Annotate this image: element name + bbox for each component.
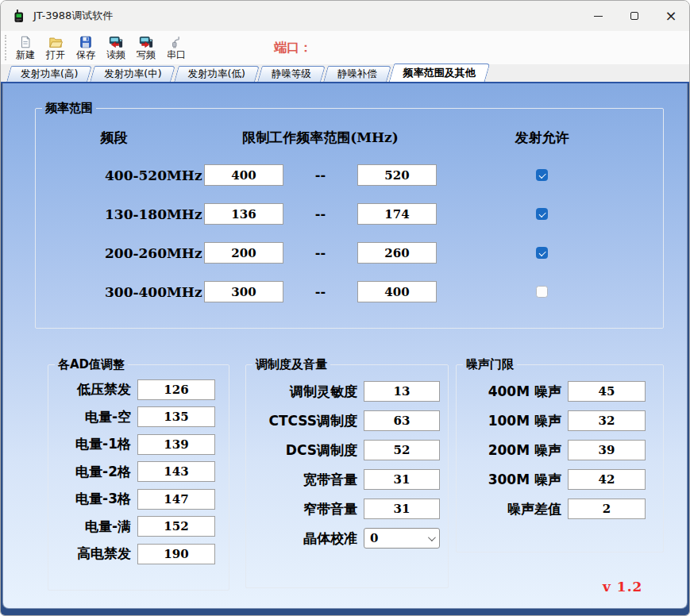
freq-high-input[interactable] xyxy=(357,281,437,302)
app-radio-icon xyxy=(12,9,26,23)
value-input[interactable] xyxy=(568,410,646,431)
column-header-range: 限制工作频率范围(MHz) xyxy=(204,129,437,147)
field-label: 窄带音量 xyxy=(246,500,364,518)
freq-low-input[interactable] xyxy=(204,281,283,302)
field-row: 100M 噪声 xyxy=(457,410,663,431)
value-input[interactable] xyxy=(137,379,215,400)
value-input[interactable] xyxy=(568,499,646,519)
read-frequency-button[interactable]: 读频 xyxy=(101,32,131,64)
port-label: 端口： xyxy=(274,40,312,56)
tab-frequency-range-other[interactable]: 频率范围及其他 xyxy=(391,64,488,82)
field-row: 晶体校准 0 xyxy=(246,528,448,549)
freq-high-input[interactable] xyxy=(357,164,437,186)
frequency-range-group: 频率范围 频段 限制工作频率范围(MHz) 发射允许 400-520MHz --… xyxy=(35,101,664,329)
range-separator: -- xyxy=(283,245,357,260)
field-row: 电量-2格 xyxy=(48,461,229,482)
tab-squelch-level[interactable]: 静噪等级 xyxy=(260,66,323,82)
maximize-icon xyxy=(630,12,638,20)
value-input[interactable] xyxy=(364,410,440,431)
field-label: 电量-2格 xyxy=(48,463,137,481)
toolbar-label: 写频 xyxy=(137,49,156,60)
value-input[interactable] xyxy=(137,434,215,455)
range-separator: -- xyxy=(283,167,357,183)
value-input[interactable] xyxy=(568,381,646,402)
new-button[interactable]: 新建 xyxy=(10,32,40,64)
field-label: 电量-空 xyxy=(48,408,137,426)
field-row: 电量-3格 xyxy=(48,489,229,510)
value-input[interactable] xyxy=(364,499,440,519)
tab-bar: 发射功率(高) 发射功率(中) 发射功率(低) 静噪等级 静噪补偿 频率范围及其… xyxy=(1,64,689,83)
freq-low-input[interactable] xyxy=(204,203,283,225)
field-row: 400M 噪声 xyxy=(457,381,663,402)
tx-allow-checkbox[interactable] xyxy=(536,208,548,220)
value-input[interactable] xyxy=(137,516,215,537)
tx-allow-checkbox[interactable] xyxy=(536,247,548,259)
group-title: 调制度及音量 xyxy=(252,357,330,372)
title-bar: JT-3988调试软件 × xyxy=(1,1,689,31)
field-row: 噪声差值 xyxy=(457,499,663,519)
toolbar-label: 新建 xyxy=(16,49,35,60)
freq-low-input[interactable] xyxy=(204,164,283,186)
field-label: CTCSS调制度 xyxy=(246,412,364,430)
save-button[interactable]: 保存 xyxy=(71,32,101,64)
toolbar-label: 保存 xyxy=(76,49,95,60)
field-label: 宽带音量 xyxy=(246,471,364,489)
open-button[interactable]: 打开 xyxy=(40,32,71,64)
band-label: 300-400MHz xyxy=(71,284,204,300)
column-header-tx-allow: 发射允许 xyxy=(437,129,647,147)
frequency-row: 130-180MHz -- xyxy=(36,203,663,225)
toolbar: 新建 打开 保存 xyxy=(1,31,689,64)
field-row: DCS调制度 xyxy=(246,440,448,460)
tx-allow-checkbox[interactable] xyxy=(536,169,548,181)
group-title: 噪声门限 xyxy=(463,357,517,372)
minimize-icon xyxy=(594,16,603,17)
freq-high-input[interactable] xyxy=(357,203,437,225)
frequency-table-header: 频段 限制工作频率范围(MHz) 发射允许 xyxy=(36,129,663,147)
field-row: 电量-满 xyxy=(48,516,229,537)
serial-port-icon xyxy=(168,35,184,49)
column-header-band: 频段 xyxy=(71,129,204,147)
minimize-button[interactable] xyxy=(580,1,616,31)
value-input[interactable] xyxy=(137,406,215,427)
value-input[interactable] xyxy=(137,461,215,482)
value-input[interactable] xyxy=(568,440,646,460)
field-row: 宽带音量 xyxy=(246,469,448,490)
value-input[interactable] xyxy=(137,544,215,564)
field-row: 电量-1格 xyxy=(48,434,229,455)
field-label: 晶体校准 xyxy=(246,529,364,548)
group-title: 各AD值调整 xyxy=(55,357,128,372)
modulation-volume-group: 调制度及音量 调制灵敏度 CTCSS调制度 DCS调制度 宽带音量 窄带音量 xyxy=(245,357,449,588)
open-folder-icon xyxy=(48,35,64,49)
value-input[interactable] xyxy=(364,469,440,490)
toolbar-label: 串口 xyxy=(167,49,186,60)
new-file-icon xyxy=(17,35,33,49)
field-label: 400M 噪声 xyxy=(457,383,568,401)
app-window: JT-3988调试软件 × 新建 打开 xyxy=(0,0,690,616)
maximize-button[interactable] xyxy=(616,1,653,31)
tab-tx-power-low[interactable]: 发射功率(低) xyxy=(176,66,257,82)
value-input[interactable] xyxy=(568,469,646,490)
value-input[interactable] xyxy=(364,440,440,460)
toolbar-label: 读频 xyxy=(106,49,125,60)
close-button[interactable]: × xyxy=(653,1,689,31)
toolbar-grip xyxy=(5,35,8,60)
field-row: 300M 噪声 xyxy=(457,469,663,490)
value-input[interactable] xyxy=(364,381,440,402)
tab-tx-power-high[interactable]: 发射功率(高) xyxy=(9,66,90,82)
tx-allow-checkbox[interactable] xyxy=(536,286,548,298)
field-label: 低压禁发 xyxy=(48,380,137,398)
window-title: JT-3988调试软件 xyxy=(33,9,113,23)
value-input[interactable] xyxy=(137,489,215,510)
panel-frame: 频率范围 频段 限制工作频率范围(MHz) 发射允许 400-520MHz --… xyxy=(1,83,689,615)
serial-port-button[interactable]: 串口 xyxy=(161,32,191,64)
write-frequency-button[interactable]: 写频 xyxy=(131,32,161,64)
field-label: 电量-1格 xyxy=(48,435,137,453)
band-label: 130-180MHz xyxy=(71,206,204,222)
tab-tx-power-mid[interactable]: 发射功率(中) xyxy=(92,66,173,82)
crystal-calibration-select[interactable]: 0 xyxy=(364,528,440,549)
freq-high-input[interactable] xyxy=(357,242,437,264)
freq-low-input[interactable] xyxy=(204,242,283,264)
tab-squelch-comp[interactable]: 静噪补偿 xyxy=(326,66,389,82)
read-frequency-icon xyxy=(108,35,124,49)
tab-page-frequency-range: 频率范围 频段 限制工作频率范围(MHz) 发射允许 400-520MHz --… xyxy=(2,83,688,609)
